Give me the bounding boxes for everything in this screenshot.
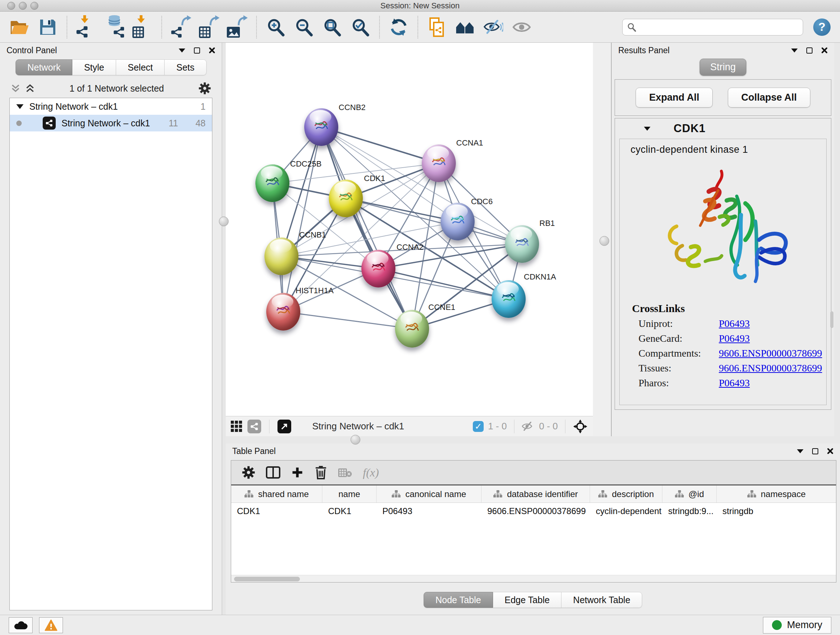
zoom-in-button[interactable] — [263, 14, 289, 40]
function-builder-icon[interactable]: f(x) — [363, 466, 379, 479]
save-session-button[interactable] — [35, 14, 61, 40]
export-table-button[interactable] — [196, 14, 222, 40]
export-network-button[interactable] — [168, 14, 194, 40]
control-panel-splitter[interactable] — [222, 43, 226, 615]
panel-float-icon[interactable] — [812, 448, 818, 454]
network-options-gear-icon[interactable] — [199, 82, 211, 95]
delete-table-icon[interactable] — [338, 467, 352, 478]
column-header-id[interactable]: @id — [662, 486, 717, 502]
global-search-field[interactable] — [622, 19, 803, 35]
node-CDC6[interactable] — [441, 203, 475, 241]
node-CCNE1[interactable] — [395, 310, 429, 348]
delete-columns-icon[interactable] — [314, 465, 327, 480]
network-mode-icon[interactable] — [248, 420, 261, 433]
network-canvas[interactable]: CCNB2CCNA1CDC25BCDK1CDC6RB1CCNB1CCNA2CDK… — [226, 43, 593, 416]
tab-string[interactable]: String — [699, 59, 746, 76]
import-table-from-file-button[interactable] — [129, 14, 156, 40]
collapse-entry-icon[interactable] — [644, 127, 651, 131]
tab-network[interactable]: Network — [16, 59, 73, 75]
uniprot-link[interactable]: P06493 — [719, 318, 750, 329]
birdseye-navigator-icon[interactable] — [573, 419, 588, 434]
node-CCNA1[interactable] — [422, 144, 456, 182]
splitter-handle[interactable] — [351, 435, 360, 445]
table-options-gear-icon[interactable] — [242, 466, 255, 479]
new-network-from-selection-button[interactable] — [424, 14, 450, 40]
close-window-button[interactable] — [7, 2, 15, 10]
node-CDC25B[interactable] — [256, 165, 289, 202]
node-CCNB1[interactable] — [264, 238, 298, 275]
help-button[interactable]: ? — [813, 19, 831, 36]
search-input[interactable] — [640, 22, 798, 32]
column-header-name[interactable]: name — [322, 486, 377, 502]
grid-mode-icon[interactable] — [231, 421, 242, 432]
table-panel-splitter[interactable] — [226, 436, 840, 443]
expand-all-networks-icon[interactable] — [25, 84, 35, 93]
zoom-fit-button[interactable] — [319, 14, 345, 40]
detach-view-icon[interactable] — [278, 420, 291, 433]
collapse-all-button[interactable]: Collapse All — [728, 88, 810, 108]
import-network-from-file-button[interactable] — [73, 14, 99, 40]
edge-HIST1H1A-CCNE1[interactable] — [283, 312, 412, 329]
network-row[interactable]: String Network – cdk1 11 48 — [10, 115, 212, 131]
results-scrollbar[interactable] — [830, 311, 834, 328]
panel-menu-icon[interactable] — [797, 449, 804, 453]
table-row[interactable]: CDK1 CDK1 P06493 9606.ENSP00000378699 cy… — [231, 503, 836, 519]
node-CDK1[interactable] — [329, 180, 363, 217]
zoom-out-button[interactable] — [291, 14, 317, 40]
table-horizontal-scrollbar[interactable] — [231, 575, 836, 582]
tab-style[interactable]: Style — [73, 59, 116, 75]
first-neighbors-button[interactable] — [452, 14, 478, 40]
tissues-link[interactable]: 9606.ENSP00000378699 — [719, 363, 822, 374]
column-header-shared-name[interactable]: shared name — [231, 486, 322, 502]
node-CDKN1A[interactable] — [492, 280, 526, 318]
panel-menu-icon[interactable] — [791, 49, 798, 52]
import-network-from-database-button[interactable] — [101, 14, 127, 40]
node-CCNA2[interactable] — [362, 250, 395, 287]
column-header-database-identifier[interactable]: database identifier — [482, 486, 590, 502]
column-header-description[interactable]: description — [590, 486, 662, 502]
results-panel-splitter[interactable] — [593, 43, 611, 436]
tab-edge-table[interactable]: Edge Table — [493, 592, 562, 608]
zoom-window-button[interactable] — [30, 2, 38, 10]
genecard-link[interactable]: P06493 — [719, 333, 750, 344]
network-collection-row[interactable]: String Network – cdk1 1 — [10, 98, 212, 115]
zoom-selected-button[interactable] — [347, 14, 373, 40]
panel-float-icon[interactable] — [806, 48, 813, 54]
tab-network-table[interactable]: Network Table — [561, 592, 642, 608]
collapse-all-networks-icon[interactable] — [11, 84, 20, 93]
edge-CCNB2-CCNE1[interactable] — [321, 127, 412, 329]
create-column-icon[interactable] — [291, 466, 303, 478]
apply-layout-button[interactable] — [386, 14, 412, 40]
expand-all-button[interactable]: Expand All — [636, 88, 713, 108]
memory-button[interactable]: Memory — [763, 617, 831, 633]
edge-CCNB2-HIST1H1A[interactable] — [283, 127, 321, 312]
selected-checkbox-icon[interactable]: ✓ — [473, 421, 484, 432]
cloud-status-button[interactable] — [9, 617, 33, 633]
edge-CCNB2-CCNA1[interactable] — [321, 127, 439, 163]
splitter-handle[interactable] — [600, 236, 609, 246]
export-image-button[interactable] — [224, 14, 250, 40]
select-columns-icon[interactable] — [266, 466, 280, 478]
hide-selection-button[interactable] — [480, 14, 507, 40]
column-header-namespace[interactable]: namespace — [717, 486, 836, 502]
tab-sets[interactable]: Sets — [164, 59, 206, 75]
node-HIST1H1A[interactable] — [266, 293, 300, 331]
node-CCNB2[interactable] — [304, 108, 338, 146]
edge-CCNA2-CDKN1A[interactable] — [378, 269, 508, 299]
panel-menu-icon[interactable] — [179, 49, 185, 52]
compartments-link[interactable]: 9606.ENSP00000378699 — [719, 348, 822, 359]
tab-select[interactable]: Select — [116, 59, 164, 75]
pharos-link[interactable]: P06493 — [719, 377, 750, 389]
panel-close-icon[interactable] — [821, 47, 828, 54]
scrollbar-thumb[interactable] — [234, 577, 300, 581]
warnings-button[interactable] — [39, 617, 63, 633]
panel-float-icon[interactable] — [194, 48, 200, 54]
node-RB1[interactable] — [505, 225, 539, 263]
minimize-window-button[interactable] — [19, 2, 27, 10]
open-session-button[interactable] — [6, 14, 33, 40]
show-all-hidden-button[interactable] — [508, 14, 535, 40]
column-header-canonical-name[interactable]: canonical name — [377, 486, 482, 502]
tree-expand-icon[interactable] — [16, 104, 24, 109]
panel-close-icon[interactable] — [209, 47, 215, 54]
panel-close-icon[interactable] — [827, 448, 834, 454]
